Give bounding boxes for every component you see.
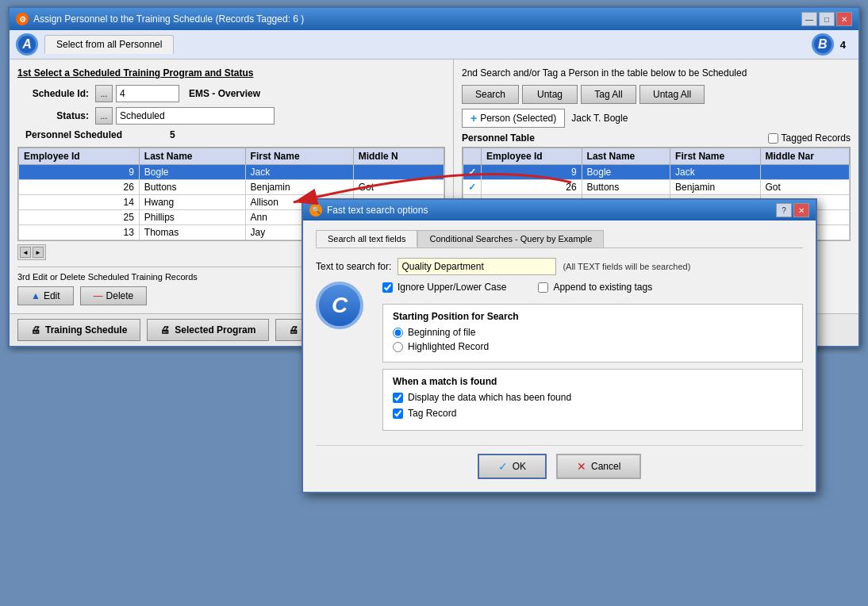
tagged-records-row: Personnel Table Tagged Records — [462, 132, 851, 144]
table-row[interactable]: ✓ 9 Bogle Jack — [463, 165, 850, 180]
close-btn[interactable]: ✕ — [836, 12, 852, 26]
table-row[interactable]: 9 Bogle Jack — [19, 165, 444, 180]
radio-beginning-row: Beginning of file — [393, 327, 793, 338]
ignore-case-checkbox[interactable] — [382, 282, 393, 293]
cell-middle — [353, 165, 444, 180]
delete-button[interactable]: — Delete — [80, 286, 148, 305]
radio-highlighted[interactable] — [393, 342, 403, 352]
window-controls: — □ ✕ — [801, 12, 852, 26]
dialog-controls: ? ✕ — [776, 203, 809, 217]
tab-conditional[interactable]: Conditional Searches - Query by Example — [417, 230, 604, 247]
edit-triangle-icon: ▲ — [31, 290, 40, 301]
text-label: Text to search for: — [316, 261, 391, 272]
dialog-title-bar: 🔍 Fast text search options ? ✕ — [303, 200, 816, 221]
fast-text-search-dialog[interactable]: 🔍 Fast text search options ? ✕ Search al… — [301, 198, 817, 354]
tab-search-all[interactable]: Search all text fields — [316, 230, 417, 247]
person-name: Jack T. Bogle — [571, 113, 628, 124]
cell-last: Buttons — [582, 180, 670, 195]
col-last: Last Name — [582, 148, 670, 165]
schedule-name: EMS - Overview — [189, 88, 260, 99]
cell-last: Phillips — [139, 210, 245, 225]
radio-beginning[interactable] — [393, 328, 403, 338]
tab-select-personnel[interactable]: Select from all Personnel — [44, 35, 174, 54]
col-employee-id: Employee Id — [19, 148, 140, 165]
dialog-close-btn[interactable]: ✕ — [793, 203, 809, 217]
left-section-title: 1st Select a Scheduled Training Program … — [17, 67, 445, 79]
col-mid: Middle Nar — [760, 148, 849, 165]
col-last-name: Last Name — [139, 148, 245, 165]
cell-id: 9 — [482, 165, 582, 180]
cell-middle — [760, 165, 849, 180]
selected-program-btn[interactable]: 🖨 Selected Program — [147, 319, 269, 341]
title-bar: ⚙ Assign Personnel to the Training Sched… — [10, 8, 858, 30]
schedule-id-row: Schedule Id: ... EMS - Overview — [17, 85, 445, 102]
dialog-help-btn[interactable]: ? — [776, 203, 792, 217]
cell-first: Benjamin — [670, 180, 760, 195]
search-text-input[interactable] — [398, 258, 556, 275]
schedule-id-label: Schedule Id: — [17, 88, 89, 99]
col-first: First Name — [670, 148, 760, 165]
append-tags-row: Append to existing tags — [538, 282, 652, 293]
search-note: (All TEXT fields will be searched) — [563, 262, 690, 271]
radio-beginning-label: Beginning of file — [408, 327, 475, 338]
personnel-scheduled-label: Personnel Scheduled — [25, 129, 122, 140]
tab-label: Select from all Personnel — [56, 39, 162, 50]
col-middle: Middle N — [353, 148, 444, 165]
cell-id: 14 — [19, 195, 140, 210]
cell-first: Benjamin — [245, 180, 353, 195]
tagged-records-checkbox[interactable] — [768, 133, 778, 144]
cell-last: Bogle — [582, 165, 670, 180]
ignore-case-row: Ignore Upper/Lower Case — [382, 282, 506, 293]
scroll-bar[interactable]: ◄ ► — [17, 244, 46, 260]
print-icon-ts: 🖨 — [31, 324, 40, 336]
append-tags-checkbox[interactable] — [538, 282, 548, 293]
col-check — [463, 148, 482, 165]
scroll-right[interactable]: ► — [33, 247, 44, 258]
radio-highlighted-row: Highlighted Record — [393, 341, 793, 352]
cell-last: Buttons — [139, 180, 245, 195]
dialog-title: Fast text search options — [327, 205, 428, 216]
status-label: Status: — [17, 110, 89, 121]
status-browse[interactable]: ... — [95, 107, 113, 125]
badge-a: A — [16, 33, 38, 56]
cell-id: 26 — [19, 180, 140, 195]
col-emp-id: Employee Id — [482, 148, 582, 165]
minimize-btn[interactable]: — — [801, 12, 817, 26]
cell-last: Hwang — [139, 195, 245, 210]
cell-first: Jack — [245, 165, 353, 180]
cell-last: Thomas — [139, 225, 245, 240]
untag-button[interactable]: Untag — [522, 85, 578, 104]
cell-first: Jack — [670, 165, 760, 180]
personnel-count: 5 — [170, 129, 175, 140]
print-icon-ex: 🖨 — [289, 324, 298, 336]
training-schedule-btn[interactable]: 🖨 Training Schedule — [17, 319, 140, 341]
cell-id: 26 — [482, 180, 582, 195]
window-title: Assign Personnel to the Training Schedul… — [33, 13, 304, 25]
starting-position-title: Starting Position for Search — [393, 311, 793, 322]
scroll-left[interactable]: ◄ — [20, 247, 31, 258]
plus-icon: + — [470, 112, 477, 125]
person-selected-button[interactable]: + Person (Selected) — [462, 109, 565, 128]
search-buttons: Search Untag Tag All Untag All — [462, 85, 851, 104]
search-button[interactable]: Search — [462, 85, 519, 104]
tag-all-button[interactable]: Tag All — [581, 85, 636, 104]
maximize-btn[interactable]: □ — [819, 12, 835, 26]
cell-last: Bogle — [139, 165, 245, 180]
cell-id: 9 — [19, 165, 140, 180]
status-field[interactable] — [116, 107, 275, 125]
personnel-table-label: Personnel Table — [462, 132, 535, 144]
schedule-id-browse[interactable]: ... — [95, 85, 113, 102]
person-selected-label: Person (Selected) — [480, 113, 556, 124]
personnel-count-row: Personnel Scheduled 5 — [17, 129, 445, 140]
untag-all-button[interactable]: Untag All — [639, 85, 705, 104]
table-row[interactable]: ✓ 26 Buttons Benjamin Got — [463, 180, 850, 195]
print-icon-sp: 🖨 — [160, 324, 170, 336]
schedule-id-field[interactable] — [116, 85, 179, 102]
dialog-options: Ignore Upper/Lower Case Append to existi… — [382, 282, 803, 354]
edit-button[interactable]: ▲ Edit — [17, 286, 74, 305]
cell-middle: Got — [353, 180, 444, 195]
cell-id: 25 — [19, 210, 140, 225]
delete-bar-icon: — — [94, 290, 103, 301]
table-row[interactable]: 26 Buttons Benjamin Got — [19, 180, 444, 195]
badge-number: 4 — [840, 39, 846, 51]
